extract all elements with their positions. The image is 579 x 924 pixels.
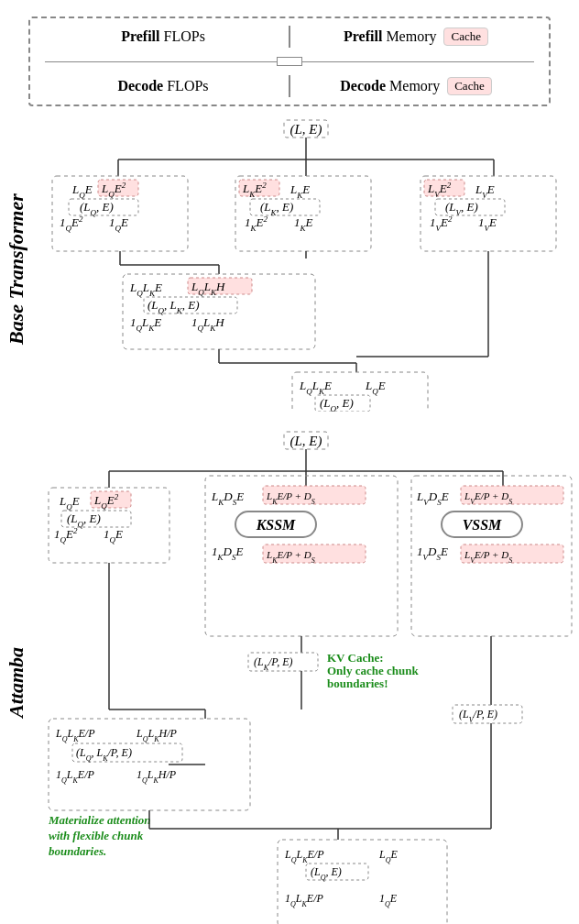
svg-text:LQLKE: LQLKE <box>299 379 332 396</box>
decode-flops: Decode FLOPs <box>45 78 281 94</box>
svg-text:LVE: LVE <box>475 182 495 200</box>
base-transformer-label: Base Transformer <box>0 123 33 416</box>
svg-text:Materialize attention: Materialize attention <box>48 813 151 827</box>
svg-text:1QLKE/P: 1QLKE/P <box>56 768 94 785</box>
svg-text:VSSM: VSSM <box>463 517 502 533</box>
svg-text:LQLKE/P: LQLKE/P <box>284 848 324 864</box>
svg-text:LQLKE: LQLKE <box>129 280 162 298</box>
svg-text:boundaries.: boundaries. <box>49 844 106 858</box>
prefill-flops: Prefill FLOPs <box>45 28 281 45</box>
svg-text:1QE: 1QE <box>379 892 398 908</box>
base-transformer-content: (L, E) LQE LQE2 <box>33 114 579 412</box>
svg-text:LQLKE/P: LQLKE/P <box>55 727 95 743</box>
svg-text:LQE: LQE <box>71 182 93 200</box>
svg-text:with flexible chunk: with flexible chunk <box>49 829 144 842</box>
svg-text:KSSM: KSSM <box>256 517 296 533</box>
svg-text:LQE: LQE <box>378 848 398 864</box>
svg-text:1QE: 1QE <box>109 215 128 233</box>
svg-text:1QLKH/P: 1QLKH/P <box>137 768 177 785</box>
svg-text:(LQ, E): (LQ, E) <box>311 865 342 882</box>
base-transformer-diagram: (L, E) LQE LQE2 <box>36 114 576 412</box>
svg-text:1VE2: 1VE2 <box>430 214 453 233</box>
cache-badge-prefill: Cache <box>443 28 487 46</box>
svg-text:LQLKH/P: LQLKH/P <box>136 727 178 743</box>
svg-text:(LQ, E): (LQ, E) <box>320 396 354 412</box>
svg-text:LQE: LQE <box>365 379 386 396</box>
attamba-label: Attamba <box>0 434 33 924</box>
svg-text:1KE2: 1KE2 <box>245 214 268 233</box>
svg-text:1KE: 1KE <box>294 215 313 233</box>
svg-text:(LQ, LK, E): (LQ, LK, E) <box>147 298 200 315</box>
svg-text:1VDSE: 1VDSE <box>417 544 448 562</box>
svg-text:LVDSE: LVDSE <box>416 490 449 507</box>
page-container: Prefill FLOPs Prefill Memory Cache Decod… <box>0 0 579 924</box>
attamba-diagram: (L, E) LQE LQE2 (LQ, E) 1QE2 <box>36 425 576 924</box>
decode-memory: Decode Memory Cache <box>298 77 534 95</box>
cache-badge-decode: Cache <box>447 77 491 95</box>
svg-text:KV Cache:: KV Cache: <box>327 651 384 665</box>
svg-text:Only cache chunk: Only cache chunk <box>327 664 419 677</box>
svg-text:1QE: 1QE <box>104 527 123 544</box>
svg-text:1VE: 1VE <box>478 215 497 233</box>
svg-rect-117 <box>278 840 447 924</box>
svg-text:(L, E): (L, E) <box>290 434 322 449</box>
svg-text:(L, E): (L, E) <box>290 122 322 138</box>
svg-text:1KDSE: 1KDSE <box>212 544 243 562</box>
svg-text:(LV/P, E): (LV/P, E) <box>459 708 497 724</box>
svg-text:LKDSE: LKDSE <box>211 490 244 507</box>
svg-text:LQE: LQE <box>59 494 80 512</box>
svg-text:1QLKE: 1QLKE <box>130 315 161 333</box>
svg-text:1QLKE/P: 1QLKE/P <box>285 892 323 908</box>
svg-text:boundaries!: boundaries! <box>327 676 388 690</box>
svg-text:(LQ, LK/P, E): (LQ, LK/P, E) <box>76 746 132 763</box>
svg-text:LKE: LKE <box>290 182 310 200</box>
svg-text:1QE2: 1QE2 <box>54 526 78 544</box>
svg-text:1QLKH: 1QLKH <box>191 315 224 333</box>
attamba-content: (L, E) LQE LQE2 (LQ, E) 1QE2 <box>33 425 579 924</box>
svg-text:1QE2: 1QE2 <box>60 214 83 233</box>
svg-text:(LK/P, E): (LK/P, E) <box>254 655 292 672</box>
prefill-memory: Prefill Memory Cache <box>298 28 534 46</box>
